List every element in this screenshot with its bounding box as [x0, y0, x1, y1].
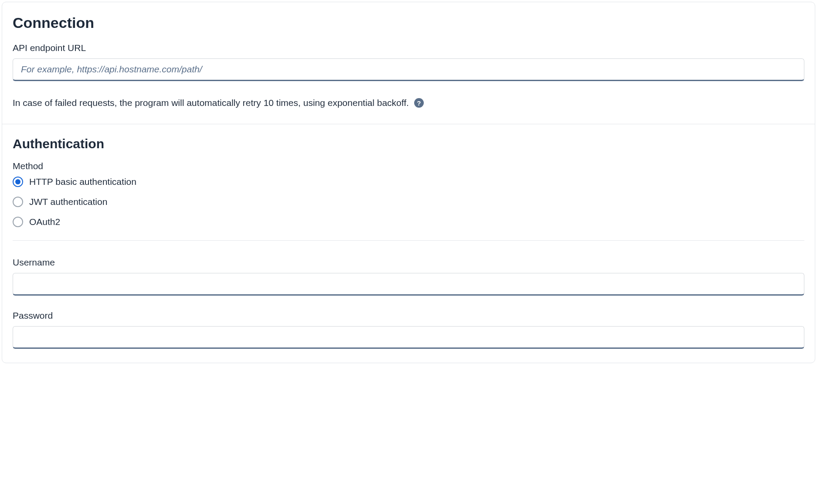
radio-icon [13, 197, 23, 207]
retry-helper-text: In case of failed requests, the program … [13, 98, 409, 108]
auth-method-oauth2[interactable]: OAuth2 [13, 217, 804, 227]
username-input[interactable] [13, 273, 804, 296]
auth-method-radio-group: HTTP basic authentication JWT authentica… [13, 177, 804, 227]
settings-panel: Connection API endpoint URL In case of f… [2, 2, 815, 363]
authentication-title: Authentication [13, 136, 804, 151]
api-endpoint-field: API endpoint URL [13, 43, 804, 81]
api-endpoint-label: API endpoint URL [13, 43, 804, 53]
password-input[interactable] [13, 326, 804, 349]
connection-title: Connection [13, 14, 804, 31]
auth-method-http-basic[interactable]: HTTP basic authentication [13, 177, 804, 187]
auth-divider [13, 240, 804, 241]
radio-label: JWT authentication [29, 197, 107, 207]
section-divider [2, 124, 815, 124]
radio-label: HTTP basic authentication [29, 177, 136, 187]
password-label: Password [13, 310, 804, 321]
radio-icon [13, 177, 23, 187]
api-endpoint-input[interactable] [13, 58, 804, 81]
help-icon[interactable]: ? [414, 98, 424, 108]
method-label: Method [13, 161, 804, 171]
retry-helper-row: In case of failed requests, the program … [13, 98, 804, 108]
radio-icon [13, 217, 23, 227]
auth-method-jwt[interactable]: JWT authentication [13, 197, 804, 207]
username-label: Username [13, 257, 804, 268]
password-field: Password [13, 310, 804, 349]
username-field: Username [13, 257, 804, 296]
radio-label: OAuth2 [29, 217, 60, 227]
